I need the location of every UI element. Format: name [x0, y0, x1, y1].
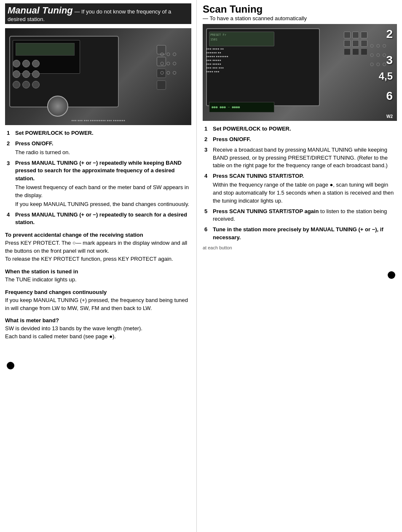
subsection-prevent-body: Press KEY PROTECT. The ○— mark appears i… — [5, 239, 191, 263]
subsection-freq-body: If you keep MANUAL TUNING (+) pressed, t… — [5, 297, 191, 313]
right-step-4-content: Press SCAN TUNING START/STOP. Within the… — [213, 172, 397, 205]
right-step-3-num: 3 — [204, 146, 213, 170]
subsection-prevent-title: To prevent accidental change of the rece… — [5, 232, 191, 238]
step-3-num: 3 — [7, 159, 15, 209]
left-title: Manual Tuning — [8, 5, 73, 16]
left-radio-image: ●●● ●●● ●●● ●●●●●●●●● ●●● ●●●●●●● — [5, 28, 191, 125]
right-step-6: 6 Tune in the station more precisely by … — [204, 226, 397, 242]
overlay-num-45: 4,5 — [379, 70, 393, 82]
right-title: Scan Tuning — [203, 3, 397, 15]
right-bottom-note: at each button — [203, 245, 397, 250]
left-column: Manual Tuning — If you do not know the f… — [0, 0, 197, 532]
left-step-1: 1 Set POWER/LOCK to POWER. — [7, 129, 191, 137]
right-step-6-num: 6 — [204, 226, 213, 242]
step-2-content: Press ON/OFF. The radio is turned on. — [15, 140, 191, 157]
right-bottom-row — [203, 263, 397, 279]
right-steps: 1 Set POWER/LOCK to POWER. 2 Press ON/OF… — [203, 125, 397, 242]
right-step-3: 3 Receive a broadcast band by pressing M… — [204, 146, 397, 170]
subsection-meter-body: SW is devided into 13 bands by the wave … — [5, 325, 191, 341]
subsection-freq-title: Frequency band changes continuously — [5, 289, 191, 295]
step-1-num: 1 — [7, 129, 15, 137]
right-step-1-num: 1 — [204, 125, 213, 133]
right-step-1-content: Set POWER/LOCK to POWER. — [213, 125, 397, 133]
right-step-5-content: Press SCAN TUNING START/STOP again to li… — [213, 208, 397, 224]
step-4-num: 4 — [7, 211, 15, 227]
step-1-content: Set POWER/LOCK to POWER. — [15, 129, 191, 137]
right-step-5-num: 5 — [204, 208, 213, 224]
left-step-3: 3 Press MANUAL TUNING (+ or −) repeatedl… — [7, 159, 191, 209]
right-radio-image: PRESET Fr 1501 ●●● ●●●● ●● ●●●●●● ●● ●●●… — [203, 24, 397, 121]
right-step-6-content: Tune in the station more precisely by MA… — [213, 226, 397, 242]
left-header: Manual Tuning — If you do not know the f… — [5, 3, 191, 24]
right-step-4-num: 4 — [204, 172, 213, 205]
overlay-num-6: 6 — [386, 89, 393, 103]
right-step-2-content: Press ON/OFF. — [213, 136, 397, 144]
right-radio-illustration: PRESET Fr 1501 ●●● ●●●● ●● ●●●●●● ●● ●●●… — [203, 24, 397, 121]
right-bottom-dot — [388, 271, 395, 279]
overlay-num-3: 3 — [386, 53, 393, 67]
left-step-2: 2 Press ON/OFF. The radio is turned on. — [7, 140, 191, 157]
right-step-2-num: 2 — [204, 136, 213, 144]
step-2-num: 2 — [7, 140, 15, 157]
subsection-freq: Frequency band changes continuously If y… — [5, 289, 191, 313]
overlay-num-2: 2 — [386, 27, 393, 41]
right-step-1: 1 Set POWER/LOCK to POWER. — [204, 125, 397, 133]
left-steps: 1 Set POWER/LOCK to POWER. 2 Press ON/OF… — [5, 129, 191, 227]
left-radio-illustration: ●●● ●●● ●●● ●●●●●●●●● ●●● ●●●●●●● — [5, 28, 191, 125]
right-header: Scan Tuning — To have a station scanned … — [203, 3, 397, 21]
page: Manual Tuning — If you do not know the f… — [0, 0, 402, 532]
subsection-prevent: To prevent accidental change of the rece… — [5, 232, 191, 263]
subsection-meter-title: What is meter band? — [5, 317, 191, 323]
subsection-meter: What is meter band? SW is devided into 1… — [5, 317, 191, 341]
left-bottom-dot — [7, 362, 14, 369]
step-4-content: Press MANUAL TUNING (+ or −) repeatedly … — [15, 211, 191, 227]
left-bottom-row — [5, 353, 191, 369]
right-step-4: 4 Press SCAN TUNING START/STOP. Within t… — [204, 172, 397, 205]
subsection-tuned: When the station is tuned in The TUNE in… — [5, 268, 191, 284]
step-3-content: Press MANUAL TUNING (+ or −) repeatedly … — [15, 159, 191, 209]
right-step-5: 5 Press SCAN TUNING START/STOP again to … — [204, 208, 397, 224]
left-step-4: 4 Press MANUAL TUNING (+ or −) repeatedl… — [7, 211, 191, 227]
subsection-tuned-title: When the station is tuned in — [5, 268, 191, 275]
right-column: Scan Tuning — To have a station scanned … — [197, 0, 402, 532]
right-subtitle: — To have a station scanned automaticall… — [203, 15, 397, 21]
right-step-3-content: Receive a broadcast band by pressing MAN… — [213, 146, 397, 170]
right-step-2: 2 Press ON/OFF. — [204, 136, 397, 144]
subsection-tuned-body: The TUNE indicator lights up. — [5, 276, 191, 284]
